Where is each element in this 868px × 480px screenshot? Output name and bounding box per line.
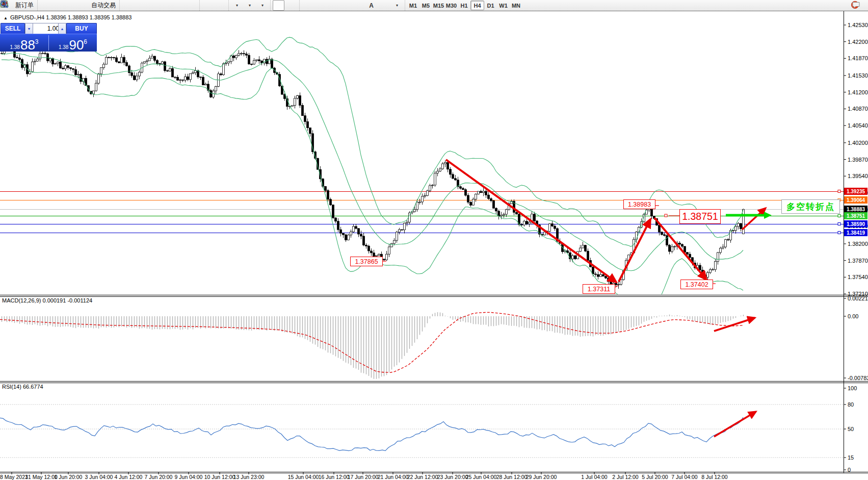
- sell-price-prefix: 1.38: [10, 44, 19, 50]
- periods-caret-icon[interactable]: ▾: [249, 3, 251, 8]
- periods-icon[interactable]: ▾: [244, 0, 255, 11]
- toolbar-group-cursor: [270, 0, 299, 11]
- time-axis-label: 16 Jun 12:00: [319, 474, 350, 480]
- timeframe-h4[interactable]: H4: [470, 1, 484, 10]
- toolbar-group-scroll: [199, 0, 228, 11]
- toolbar-group-lines: E F A T ▾: [299, 0, 405, 11]
- time-axis-label: 8 Jul 12:00: [701, 474, 727, 480]
- time-axis-label: 7 Jul 04:00: [671, 474, 697, 480]
- indicators-caret-icon[interactable]: ▾: [236, 3, 238, 8]
- swing-price-label[interactable]: 1.37865: [350, 257, 383, 266]
- price-tick-label: 1.40540: [848, 122, 868, 129]
- timeframe-m1[interactable]: M1: [407, 1, 419, 10]
- price-tick-label: 1.41200: [848, 89, 868, 95]
- auto-scroll-icon[interactable]: [202, 0, 214, 11]
- vertical-line-tool-icon[interactable]: [302, 0, 313, 11]
- search-icon[interactable]: [838, 0, 850, 11]
- swing-price-label[interactable]: 1.38751: [679, 209, 721, 224]
- crosshair-tool-icon[interactable]: [285, 0, 297, 11]
- price-axis-tag: 1.38590: [844, 220, 867, 228]
- time-axis-label: 4 Jun 12:00: [115, 474, 143, 480]
- buy-price-sup: 6: [84, 38, 87, 45]
- buy-price[interactable]: 1.38 90 6: [49, 34, 97, 53]
- volume-up-button[interactable]: ▲: [58, 23, 66, 34]
- chart-collapse-icon[interactable]: ▲: [4, 16, 8, 20]
- time-axis-label: 9 Jun 04:00: [175, 474, 203, 480]
- timeframe-m15[interactable]: M15: [432, 1, 445, 10]
- signal-icon[interactable]: [65, 0, 77, 11]
- toolbar-group-timeframes: M1M5M15M30H1H4D1W1MN: [405, 0, 524, 11]
- timeframe-d1[interactable]: D1: [484, 1, 497, 10]
- price-axis-tag: 1.38419: [844, 229, 867, 236]
- rsi-indicator-label: RSI(14) 66.6774: [2, 384, 43, 390]
- text-tool-icon[interactable]: A: [365, 0, 377, 11]
- price-tick-label: 1.38200: [848, 241, 868, 247]
- bar-chart-icon[interactable]: [122, 0, 134, 11]
- zoom-in-icon[interactable]: [160, 0, 172, 11]
- trendline-tool-icon[interactable]: [327, 0, 339, 11]
- templates-icon[interactable]: ▾: [256, 0, 268, 11]
- price-tick-label: 1.41870: [848, 55, 868, 61]
- macd-indicator-label: MACD(12,26,9) 0.000191 -0.001124: [2, 297, 92, 304]
- time-axis-label: 1 Jul 04:00: [581, 474, 607, 480]
- toolbar-group-chart-type: [119, 0, 199, 11]
- price-axis-tag: 1.39064: [844, 196, 867, 204]
- chart-shift-icon[interactable]: [215, 0, 226, 11]
- time-axis-label: 25 Jun 04:00: [466, 474, 497, 480]
- auto-trading-label[interactable]: 自动交易: [91, 1, 116, 10]
- deposit-gold-icon[interactable]: [40, 0, 51, 11]
- tile-windows-icon[interactable]: [186, 0, 197, 11]
- time-axis-label: 3 Jun 04:00: [85, 474, 113, 480]
- price-tick-label: 1.40870: [848, 106, 868, 112]
- time-axis-label: 23 Jun 20:00: [437, 474, 468, 480]
- new-order-label[interactable]: 新订单: [15, 1, 34, 10]
- timeframe-m5[interactable]: M5: [419, 1, 432, 10]
- timeframe-m30[interactable]: M30: [445, 1, 458, 10]
- price-tick-label: 1.39540: [848, 173, 868, 179]
- zoom-out-icon[interactable]: [173, 0, 185, 11]
- timeframe-mn[interactable]: MN: [510, 1, 522, 10]
- indicators-icon[interactable]: ▾: [231, 0, 243, 11]
- price-tick-label: 1.39870: [848, 157, 868, 163]
- rsi-axis-label: 50: [848, 426, 854, 432]
- swing-price-label[interactable]: 1.37311: [583, 284, 615, 294]
- cursor-tool-icon[interactable]: [273, 0, 284, 11]
- price-tick-label: 1.42530: [848, 22, 868, 28]
- arrows-caret-icon[interactable]: ▾: [396, 3, 398, 8]
- fibonacci-tool-icon[interactable]: F: [353, 0, 364, 11]
- chat-icon[interactable]: 1: [851, 0, 863, 11]
- arrows-tool-icon[interactable]: ▾: [391, 0, 403, 11]
- toolbar-group-services: B 自动交易: [37, 0, 119, 11]
- time-axis-label: 28 Jun 12:00: [496, 474, 528, 480]
- time-axis-label: 15 Jun 04:00: [288, 474, 319, 480]
- chart-canvas[interactable]: [0, 0, 868, 480]
- templates-caret-icon[interactable]: ▾: [261, 3, 264, 8]
- horizontal-line-tool-icon[interactable]: [314, 0, 326, 11]
- community-icon[interactable]: B: [52, 0, 64, 11]
- auto-trading-icon[interactable]: [78, 0, 90, 11]
- chart-title: ▲GBPUSD-,H4 1.38396 1.38893 1.38395 1.38…: [4, 14, 131, 20]
- buy-button[interactable]: BUY: [66, 23, 97, 34]
- time-axis-label: 1 Jun 20:00: [55, 474, 83, 480]
- channel-tool-icon[interactable]: E: [340, 0, 352, 11]
- line-chart-icon[interactable]: [147, 0, 159, 11]
- timeframe-w1[interactable]: W1: [497, 1, 510, 10]
- sell-price[interactable]: 1.38 88 3: [0, 34, 48, 53]
- timeframe-h1[interactable]: H1: [458, 1, 470, 10]
- candlestick-chart-icon[interactable]: [135, 0, 146, 11]
- sell-button[interactable]: SELL: [1, 23, 25, 34]
- time-axis-label: 17 Jun 20:00: [348, 474, 379, 480]
- volume-input[interactable]: [33, 23, 61, 34]
- rsi-axis-label: 80: [848, 401, 854, 408]
- swing-price-label[interactable]: 1.37402: [680, 280, 713, 289]
- time-axis-label: 7 Jun 20:00: [145, 474, 173, 480]
- toolbar-group-right: 1: [836, 0, 865, 11]
- time-axis-label: 13 Jun 23:00: [233, 474, 265, 480]
- text-label-tool-icon[interactable]: T: [378, 0, 390, 11]
- swing-price-label[interactable]: 1.38983: [623, 199, 655, 209]
- macd-axis-label: -0.007831: [848, 375, 868, 381]
- price-axis-tag: 1.38751: [844, 212, 867, 219]
- turning-point-label[interactable]: 多空转折点: [781, 199, 840, 214]
- volume-down-button[interactable]: ▼: [25, 23, 33, 34]
- time-axis-label: 2 Jul 12:00: [612, 474, 638, 480]
